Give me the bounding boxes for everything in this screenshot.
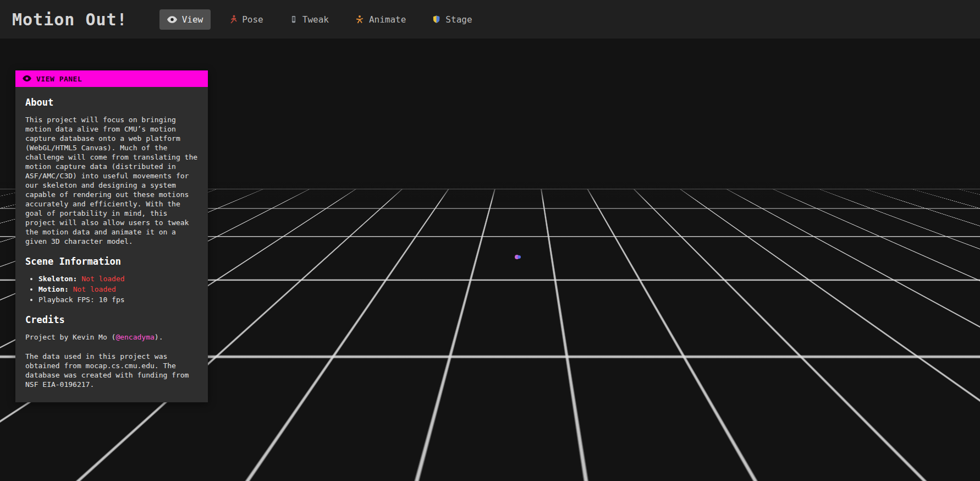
scene-item-value: Not loaded <box>81 275 124 283</box>
origin-dot-blue <box>517 255 521 259</box>
tab-label: Stage <box>445 14 472 25</box>
credits-line1: Project by Kevin Mo (@encadyma). <box>25 332 198 342</box>
scene-item-label: Skeleton: <box>38 275 77 283</box>
tab-stage[interactable]: Stage <box>425 9 480 30</box>
scene-info-list: Skeleton: Not loaded Motion: Not loaded … <box>25 274 198 304</box>
tab-animate[interactable]: Animate <box>348 9 414 30</box>
tab-tweak[interactable]: Tweak <box>282 9 337 30</box>
scene-info-item-skeleton: Skeleton: Not loaded <box>38 274 198 283</box>
tab-view[interactable]: View <box>159 9 211 30</box>
acrobat-icon <box>355 15 364 24</box>
tab-pose[interactable]: Pose <box>222 9 271 30</box>
view-panel: VIEW PANEL About This project will focus… <box>15 70 208 402</box>
eye-icon <box>23 75 31 83</box>
runner-icon <box>229 15 237 24</box>
tab-label: Tweak <box>302 14 329 25</box>
shield-icon <box>432 15 441 24</box>
scene-item-value: Not loaded <box>73 285 116 293</box>
panel-title: VIEW PANEL <box>36 75 82 83</box>
scene-info-heading: Scene Information <box>25 257 198 266</box>
credits-text: ). <box>155 333 163 341</box>
scene-item-label: Motion: <box>38 285 69 293</box>
tab-label: View <box>182 14 203 25</box>
credits-heading: Credits <box>25 315 198 325</box>
origin-marker <box>515 255 522 260</box>
about-heading: About <box>25 98 198 107</box>
scene-item-value: 10 fps <box>99 296 125 304</box>
scene-info-item-fps: Playback FPS: 10 fps <box>38 295 198 304</box>
encadyma-link[interactable]: @encadyma <box>115 333 154 341</box>
tab-label: Pose <box>242 14 263 25</box>
tab-label: Animate <box>369 14 406 25</box>
view-panel-header: VIEW PANEL <box>15 70 208 87</box>
credits-text: Project by Kevin Mo ( <box>25 333 115 341</box>
scene-info-item-motion: Motion: Not loaded <box>38 285 198 294</box>
view-panel-body: About This project will focus on bringin… <box>15 87 208 402</box>
scene-item-label: Playback FPS: <box>38 296 95 304</box>
topbar: Motion Out! View Pose Tweak Animate <box>0 0 980 39</box>
about-text: This project will focus on bringing moti… <box>25 115 198 246</box>
app-title: Motion Out! <box>12 10 128 29</box>
credits-line2: The data used in this project was obtain… <box>25 352 198 389</box>
phone-icon <box>290 15 298 24</box>
main-nav: View Pose Tweak Animate Stage <box>159 9 480 30</box>
eye-icon <box>167 16 177 23</box>
